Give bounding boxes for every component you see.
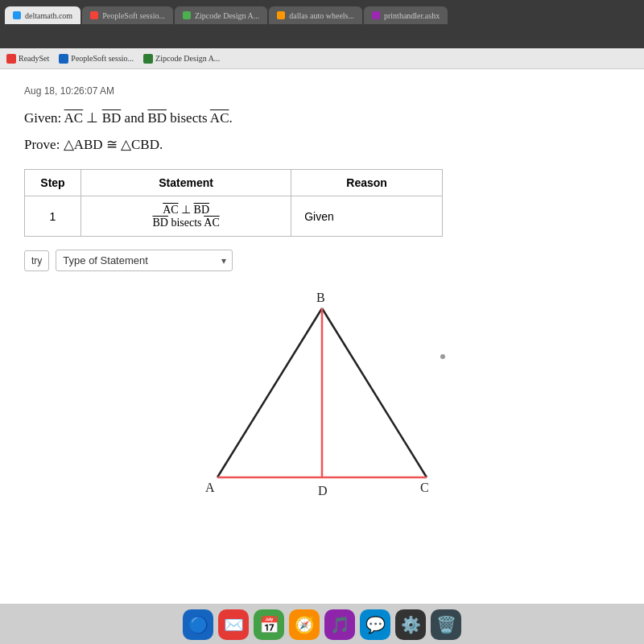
tab-label-peoplesoft: PeopleSoft sessio... (102, 11, 165, 20)
stmt-bd2: BD (152, 217, 167, 229)
given-bd2: BD (147, 110, 167, 126)
tab-favicon-deltamath (13, 11, 21, 19)
bookmark-label-readyset: ReadySet (19, 54, 49, 63)
label-b: B (316, 291, 325, 304)
label-a: A (205, 481, 215, 494)
given-ac: AC (64, 110, 84, 126)
triangle-diagram: A B C D (193, 284, 451, 502)
dock-icon-messages[interactable]: 💬 (360, 609, 390, 640)
tab-bar: deltamath.com PeopleSoft sessio... Zipco… (5, 3, 639, 24)
header-step: Step (25, 170, 81, 196)
stmt-ac2: AC (204, 217, 219, 229)
dock-icon-safari[interactable]: 🧭 (289, 609, 320, 640)
tab-print[interactable]: printhandler.ashx (364, 6, 448, 24)
side-bc (322, 308, 427, 477)
tab-deltamath[interactable]: deltamath.com (5, 6, 80, 24)
tab-dallas[interactable]: dallas auto wheels... (269, 6, 362, 24)
statement-cell: AC ⊥ BD BD bisects AC (81, 196, 291, 237)
tab-peoplesoft[interactable]: PeopleSoft sessio... (82, 6, 173, 24)
reason-cell: Given (291, 196, 443, 237)
side-ab (217, 308, 322, 477)
bookmark-favicon-peoplesoft (59, 54, 68, 64)
dock-icon-settings[interactable]: ⚙️ (395, 609, 426, 640)
table-row: 1 AC ⊥ BD BD bisects AC Given (25, 196, 443, 237)
tab-favicon-dallas (277, 11, 285, 19)
bookmark-readyset[interactable]: ReadySet (6, 54, 49, 64)
bookmark-peoplesoft[interactable]: PeopleSoft sessio... (59, 54, 134, 64)
tab-zipcode[interactable]: Zipcode Design A... (175, 6, 267, 24)
prove-statement: Prove: △ABD ≅ △CBD. (24, 136, 620, 153)
dock-icon-calendar[interactable]: 📅 (254, 609, 284, 640)
stmt-ac: AC (163, 204, 178, 216)
label-d: D (318, 484, 328, 497)
type-select-wrapper[interactable]: Type of Statement Given Definition Theor… (56, 250, 233, 271)
tab-favicon-zipcode (183, 11, 191, 19)
try-button[interactable]: try (24, 250, 49, 271)
dock: 🔵 ✉️ 📅 🧭 🎵 💬 ⚙️ 🗑️ (0, 604, 644, 644)
statement-line2: BD bisects AC (94, 217, 278, 229)
given-bd: BD (102, 110, 122, 126)
statement-line1: AC ⊥ BD (94, 203, 278, 217)
dock-icon-finder[interactable]: 🔵 (183, 609, 213, 640)
page-content: Aug 18, 10:26:07 AM Given: AC ⊥ BD and B… (0, 69, 644, 604)
dock-icon-trash[interactable]: 🗑️ (431, 609, 461, 640)
tab-label-dallas: dallas auto wheels... (289, 11, 354, 20)
tab-favicon-print (372, 11, 380, 19)
bookmarks-bar: ReadySet PeopleSoft sessio... Zipcode De… (0, 48, 644, 69)
date-line: Aug 18, 10:26:07 AM (24, 85, 620, 97)
type-of-statement-select[interactable]: Type of Statement Given Definition Theor… (56, 250, 233, 271)
given-statement: Given: AC ⊥ BD and BD bisects AC. (24, 109, 620, 126)
decorative-dot (440, 354, 445, 359)
given-ac2: AC (210, 110, 229, 126)
tab-label-deltamath: deltamath.com (25, 11, 72, 20)
stmt-bd: BD (194, 204, 209, 216)
diagram-container: A B C D (24, 284, 620, 502)
browser-chrome: deltamath.com PeopleSoft sessio... Zipco… (0, 0, 644, 48)
label-c: C (420, 481, 429, 494)
bookmark-favicon-zipcode (143, 54, 153, 64)
tab-favicon-peoplesoft (90, 11, 98, 19)
step-number: 1 (25, 196, 81, 237)
tab-label-zipcode: Zipcode Design A... (195, 11, 259, 20)
bookmark-label-zipcode: Zipcode Design A... (155, 54, 220, 63)
bookmark-favicon-readyset (6, 54, 16, 64)
header-statement: Statement (81, 170, 291, 196)
proof-table: Step Statement Reason 1 AC ⊥ BD BD bisec… (24, 169, 443, 237)
header-reason: Reason (291, 170, 443, 196)
bookmark-zipcode[interactable]: Zipcode Design A... (143, 54, 220, 64)
tab-label-print: printhandler.ashx (384, 11, 440, 20)
bookmark-label-peoplesoft: PeopleSoft sessio... (71, 54, 134, 63)
dock-icon-mail[interactable]: ✉️ (218, 609, 249, 640)
dock-icon-music[interactable]: 🎵 (324, 609, 355, 640)
input-row: try Type of Statement Given Definition T… (24, 250, 620, 271)
